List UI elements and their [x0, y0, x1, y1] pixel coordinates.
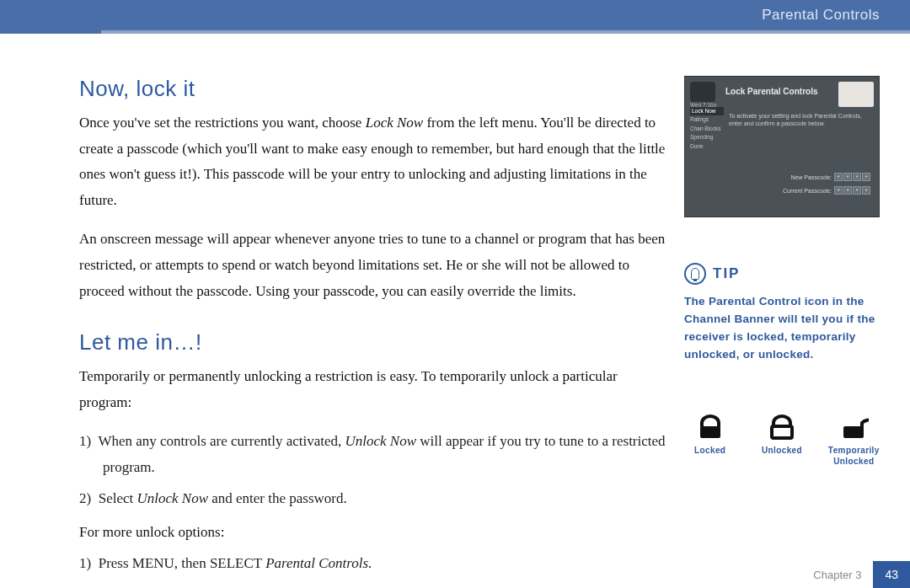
tv-screenshot: Lock Parental Controls Wed 7:16p Lock No… [684, 76, 880, 217]
section2-intro: Temporarily or permanently unlocking a r… [79, 364, 669, 415]
unlock-now-em: Unlock Now [345, 433, 417, 449]
ss-field-label: Current Passcode: [783, 188, 832, 194]
lock-icons-row: Locked Unlocked Temporarily Unlocked [684, 414, 880, 467]
ss-left-menu: Lock Now Ratings Chan Blocks Spending Do… [690, 107, 724, 151]
ss-menu-item: Chan Blocks [690, 125, 724, 133]
temp-unlocked-caption: Temporarily Unlocked [828, 445, 880, 467]
passcode-box: * [853, 173, 861, 181]
section1-title: Now, lock it [79, 76, 669, 102]
section2-title: Let me in…! [79, 329, 669, 355]
svg-rect-1 [772, 426, 792, 438]
temp-unlocked-icon [838, 414, 869, 440]
lightbulb-icon [684, 263, 706, 285]
section1-paragraph-2: An onscreen message will appear whenever… [79, 227, 669, 304]
main-content: Now, lock it Once you've set the restric… [79, 76, 669, 581]
ss-title: Lock Parental Controls [725, 87, 817, 96]
unlocked-caption: Unlocked [762, 445, 802, 456]
passcode-box: * [862, 173, 870, 181]
list-number: 1) [79, 555, 91, 571]
tip-label: TIP [713, 265, 740, 282]
tip-text: The Parental Control icon in the Channel… [684, 293, 880, 364]
passcode-box: * [834, 186, 843, 195]
ss-menu-item: Ratings [690, 115, 724, 124]
section1-paragraph-1: Once you've set the restrictions you wan… [79, 110, 669, 213]
ss-menu-item: Spending [690, 133, 724, 142]
more-options-text: For more unlock options: [79, 520, 669, 546]
locked-caption: Locked [694, 445, 725, 456]
svg-rect-0 [700, 426, 720, 438]
text: Select [99, 490, 137, 506]
page-number: 43 [873, 561, 910, 588]
text: Press MENU, then SELECT [99, 555, 266, 571]
unlocked-icon [767, 414, 797, 440]
list-item: 2) Select Unlock Now and enter the passw… [79, 486, 669, 512]
ss-menu-item: Done [690, 142, 724, 151]
text: and enter the password. [208, 490, 347, 506]
ss-body-text: To activate your setting and lock Parent… [729, 112, 872, 127]
locked-icon [695, 414, 725, 440]
logo-box [690, 82, 715, 102]
list-item: 1) Press MENU, then SELECT Parental Cont… [79, 551, 669, 577]
unlock-now-em: Unlock Now [136, 490, 208, 506]
passcode-box: * [843, 186, 852, 195]
ss-menu-item: Lock Now [690, 107, 724, 115]
list-item: 1) When any controls are currently activ… [79, 429, 669, 480]
ss-passcode-fields: New Passcode: **** Current Passcode: ***… [783, 173, 870, 200]
breadcrumb: Parental Controls [762, 7, 880, 24]
page-body: Now, lock it Once you've set the restric… [0, 34, 910, 588]
footer: Chapter 3 43 [801, 561, 910, 588]
tip-block: TIP The Parental Control icon in the Cha… [684, 263, 880, 364]
passcode-box: * [853, 186, 861, 195]
chapter-label: Chapter 3 [801, 561, 873, 588]
svg-rect-2 [843, 426, 864, 438]
list-number: 2) [79, 490, 91, 506]
list-number: 1) [79, 433, 91, 449]
text: Once you've set the restrictions you wan… [79, 115, 366, 131]
passcode-box: * [843, 173, 852, 181]
sidebar: Lock Parental Controls Wed 7:16p Lock No… [684, 76, 880, 467]
top-bar: Parental Controls [0, 0, 910, 34]
passcode-box: * [834, 173, 843, 181]
text: When any controls are currently activate… [98, 433, 345, 449]
ss-person-image [838, 82, 874, 107]
parental-controls-em: Parental Controls. [265, 555, 372, 571]
ss-field-label: New Passcode: [790, 174, 832, 180]
lock-now-em: Lock Now [366, 115, 423, 131]
passcode-box: * [862, 186, 870, 195]
